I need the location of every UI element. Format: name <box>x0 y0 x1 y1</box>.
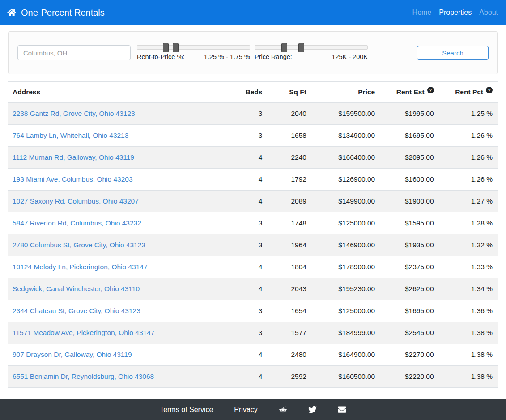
table-row: Sedgwick, Canal Winchester, Ohio 43110 4… <box>8 278 498 300</box>
header-price: Price <box>312 82 380 103</box>
rent-est-cell: $2220.00 <box>380 366 439 388</box>
rent-to-price-min-handle[interactable] <box>163 43 169 52</box>
rent-pct-cell: 1.28 % <box>439 212 498 234</box>
address-link[interactable]: 6551 Benjamin Dr, Reynoldsburg, Ohio 430… <box>13 373 154 380</box>
address-cell: 2238 Gantz Rd, Grove City, Ohio 43123 <box>8 103 229 125</box>
header-beds: Beds <box>229 82 268 103</box>
address-cell: 907 Drayson Dr, Galloway, Ohio 43119 <box>8 344 229 366</box>
table-row: 2238 Gantz Rd, Grove City, Ohio 43123 3 … <box>8 103 498 125</box>
address-link[interactable]: 10124 Melody Ln, Pickerington, Ohio 4314… <box>13 263 148 271</box>
sqft-cell: 2043 <box>268 278 312 300</box>
address-link[interactable]: 11571 Meadow Ave, Pickerington, Ohio 431… <box>13 329 154 336</box>
price-range-meta: Price Range: 125K - 200K <box>255 53 368 60</box>
address-link[interactable]: 907 Drayson Dr, Galloway, Ohio 43119 <box>13 351 132 358</box>
table-row: 764 Lamby Ln, Whitehall, Ohio 43213 3 16… <box>8 125 498 147</box>
rent-to-price-slider-track[interactable] <box>137 45 250 50</box>
rent-pct-cell: 1.38 % <box>439 322 498 344</box>
nav-link-about[interactable]: About <box>479 8 498 17</box>
main-content: Rent-to-Price %: 1.25 % - 1.75 % Price R… <box>0 25 506 390</box>
table-row: 193 Miami Ave, Columbus, Ohio 43203 4 17… <box>8 169 498 191</box>
properties-table: Address Beds Sq Ft Price Rent Est? Rent … <box>8 81 498 388</box>
sqft-cell: 2592 <box>268 366 312 388</box>
price-cell: $178900.00 <box>312 256 380 278</box>
rent-to-price-value: 1.25 % - 1.75 % <box>204 53 250 60</box>
header-rent-est: Rent Est? <box>380 82 439 103</box>
beds-cell: 4 <box>229 278 268 300</box>
rent-to-price-max-handle[interactable] <box>173 43 179 52</box>
price-range-max-handle[interactable] <box>298 43 304 52</box>
beds-cell: 3 <box>229 234 268 256</box>
beds-cell: 4 <box>229 147 268 169</box>
location-input[interactable] <box>17 45 131 60</box>
address-cell: 10124 Melody Ln, Pickerington, Ohio 4314… <box>8 256 229 278</box>
rent-est-cell: $1995.00 <box>380 103 439 125</box>
price-cell: $160500.00 <box>312 366 380 388</box>
search-button[interactable]: Search <box>417 46 489 60</box>
address-cell: Sedgwick, Canal Winchester, Ohio 43110 <box>8 278 229 300</box>
address-cell: 764 Lamby Ln, Whitehall, Ohio 43213 <box>8 125 229 147</box>
beds-cell: 4 <box>229 191 268 212</box>
price-cell: $149900.00 <box>312 191 380 212</box>
sqft-cell: 1658 <box>268 125 312 147</box>
price-range-slider-track[interactable] <box>255 45 368 50</box>
address-link[interactable]: 5847 Riverton Rd, Columbus, Ohio 43232 <box>13 219 141 227</box>
sqft-cell: 2089 <box>268 191 312 212</box>
address-link[interactable]: Sedgwick, Canal Winchester, Ohio 43110 <box>13 285 140 293</box>
address-link[interactable]: 2780 Columbus St, Grove City, Ohio 43123 <box>13 241 145 249</box>
header-sqft: Sq Ft <box>268 82 312 103</box>
rent-est-cell: $1695.00 <box>380 300 439 322</box>
address-link[interactable]: 1112 Murnan Rd, Galloway, Ohio 43119 <box>13 153 134 161</box>
reddit-icon[interactable] <box>279 405 287 414</box>
address-cell: 5847 Riverton Rd, Columbus, Ohio 43232 <box>8 212 229 234</box>
twitter-icon[interactable] <box>308 405 317 414</box>
beds-cell: 3 <box>229 125 268 147</box>
address-link[interactable]: 1027 Saxony Rd, Columbus, Ohio 43207 <box>13 197 139 205</box>
price-cell: $184999.00 <box>312 322 380 344</box>
beds-cell: 3 <box>229 103 268 125</box>
price-range-min-handle[interactable] <box>281 43 287 52</box>
search-panel: Rent-to-Price %: 1.25 % - 1.75 % Price R… <box>8 31 498 74</box>
sqft-cell: 1577 <box>268 322 312 344</box>
rent-est-cell: $1600.00 <box>380 169 439 191</box>
price-cell: $125000.00 <box>312 212 380 234</box>
rent-pct-cell: 1.26 % <box>439 147 498 169</box>
privacy-link[interactable]: Privacy <box>234 406 257 414</box>
rent-pct-cell: 1.36 % <box>439 300 498 322</box>
rent-pct-cell: 1.34 % <box>439 278 498 300</box>
table-row: 5847 Riverton Rd, Columbus, Ohio 43232 3… <box>8 212 498 234</box>
rent-est-cell: $2625.00 <box>380 278 439 300</box>
rent-est-cell: $1900.00 <box>380 191 439 212</box>
table-row: 6551 Benjamin Dr, Reynoldsburg, Ohio 430… <box>8 366 498 388</box>
address-cell: 1112 Murnan Rd, Galloway, Ohio 43119 <box>8 147 229 169</box>
terms-of-service-link[interactable]: Terms of Service <box>160 406 213 414</box>
rent-to-price-meta: Rent-to-Price %: 1.25 % - 1.75 % <box>137 53 250 60</box>
question-circle-icon[interactable]: ? <box>486 87 493 93</box>
address-link[interactable]: 764 Lamby Ln, Whitehall, Ohio 43213 <box>13 132 128 139</box>
question-circle-icon[interactable]: ? <box>427 87 434 93</box>
header-rent-pct: Rent Pct? <box>439 82 498 103</box>
address-link[interactable]: 193 Miami Ave, Columbus, Ohio 43203 <box>13 175 133 183</box>
sqft-cell: 1654 <box>268 300 312 322</box>
rent-pct-cell: 1.25 % <box>439 103 498 125</box>
address-link[interactable]: 2344 Chateau St, Grove City, Ohio 43123 <box>13 307 140 314</box>
address-link[interactable]: 2238 Gantz Rd, Grove City, Ohio 43123 <box>13 110 135 117</box>
brand-link[interactable]: One-Percent Rentals <box>7 8 105 18</box>
nav-link-home[interactable]: Home <box>412 8 432 17</box>
table-row: 907 Drayson Dr, Galloway, Ohio 43119 4 2… <box>8 344 498 366</box>
price-cell: $164900.00 <box>312 344 380 366</box>
footer: Terms of Service Privacy <box>0 399 506 420</box>
rent-pct-cell: 1.38 % <box>439 344 498 366</box>
address-cell: 6551 Benjamin Dr, Reynoldsburg, Ohio 430… <box>8 366 229 388</box>
envelope-icon[interactable] <box>338 405 346 414</box>
sqft-cell: 1792 <box>268 169 312 191</box>
rent-to-price-slider-group: Rent-to-Price %: 1.25 % - 1.75 % <box>137 45 250 60</box>
beds-cell: 3 <box>229 212 268 234</box>
nav-link-properties[interactable]: Properties <box>439 8 472 17</box>
price-cell: $195230.00 <box>312 278 380 300</box>
sqft-cell: 2480 <box>268 344 312 366</box>
beds-cell: 4 <box>229 256 268 278</box>
beds-cell: 4 <box>229 366 268 388</box>
price-cell: $159500.00 <box>312 103 380 125</box>
beds-cell: 4 <box>229 169 268 191</box>
header-address: Address <box>8 82 229 103</box>
